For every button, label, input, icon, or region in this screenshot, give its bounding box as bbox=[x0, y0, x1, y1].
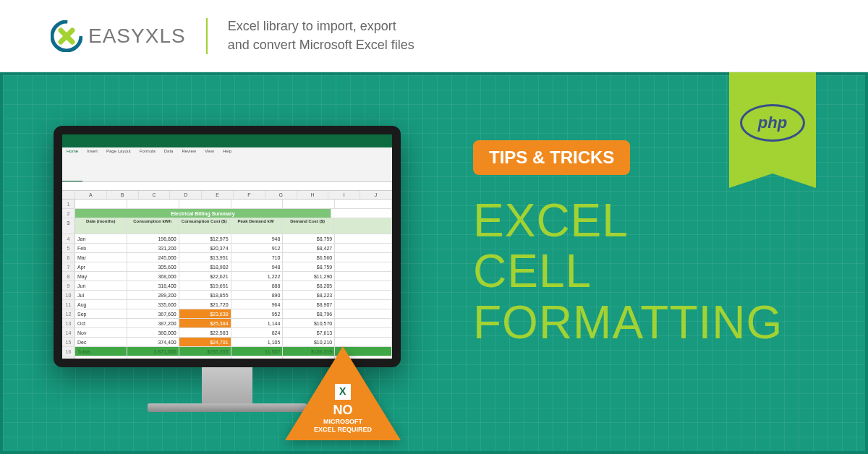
monitor-base bbox=[148, 403, 307, 412]
excel-tab: Formula bbox=[135, 147, 160, 181]
table-row: 11Aug335,600$21,720964$8,907 bbox=[62, 300, 392, 309]
excel-col-headers: ABCDEFGHIJ bbox=[62, 191, 392, 200]
excel-tab: Data bbox=[160, 147, 178, 181]
no-excel-badge: NO MICROSOFT EXCEL REQUIRED bbox=[285, 346, 401, 447]
badge-l2: MICROSOFT bbox=[285, 418, 401, 426]
hero-title: EXCEL CELL FORMATTING bbox=[473, 195, 783, 348]
table-row: 8May368,000$22,6211,222$11,290 bbox=[62, 272, 392, 281]
table-row: 14Nov360,000$22,583824$7,613 bbox=[62, 328, 392, 338]
excel-sheet: 12Electrical Billing Summary3Date (month… bbox=[62, 200, 392, 359]
excel-icon bbox=[335, 384, 351, 400]
excel-tab: Help bbox=[218, 147, 236, 181]
excel-tab: Insert bbox=[82, 147, 102, 181]
table-row: 12Sep367,600$23,638952$8,796 bbox=[62, 309, 392, 319]
table-row: 10Jul289,200$18,855890$8,223 bbox=[62, 291, 392, 300]
php-logo: php bbox=[740, 104, 805, 142]
table-row: 5Feb331,200$20,374912$8,427 bbox=[62, 244, 392, 253]
excel-formula-bar bbox=[62, 182, 392, 191]
monitor-stand bbox=[202, 367, 252, 403]
monitor-frame: HomeInsertPage LayoutFormulaDataReviewVi… bbox=[54, 126, 401, 367]
table-row: 6Mar245,000$13,951710$6,560 bbox=[62, 253, 392, 262]
badge-no: NO bbox=[285, 403, 401, 418]
table-row: 13Oct387,200$25,3841,144$10,570 bbox=[62, 319, 392, 328]
excel-tab: Page Layout bbox=[102, 147, 135, 181]
header-bar: EASYXLS Excel library to import, export … bbox=[0, 0, 868, 72]
excel-tab: View bbox=[200, 147, 218, 181]
logo-icon bbox=[51, 20, 82, 52]
tagline: Excel library to import, export and conv… bbox=[228, 17, 414, 53]
table-row: 4Jan198,800$12,975948$8,759 bbox=[62, 234, 392, 244]
excel-titlebar bbox=[62, 134, 392, 147]
hero-section: php TIPS & TRICKS EXCEL CELL FORMATTING … bbox=[0, 72, 868, 454]
excel-ribbon: HomeInsertPage LayoutFormulaDataReviewVi… bbox=[62, 147, 392, 182]
table-row: 1 bbox=[62, 200, 392, 209]
header-divider bbox=[206, 18, 208, 54]
excel-screenshot: HomeInsertPage LayoutFormulaDataReviewVi… bbox=[62, 134, 392, 359]
badge-l3: EXCEL REQUIRED bbox=[285, 426, 401, 434]
tips-pill: TIPS & TRICKS bbox=[473, 140, 630, 175]
table-row: 9Jun318,400$19,651888$8,205 bbox=[62, 281, 392, 291]
logo-text: EASYXLS bbox=[88, 25, 186, 48]
php-text: php bbox=[758, 113, 787, 132]
excel-tab: Home bbox=[62, 147, 82, 181]
logo: EASYXLS bbox=[51, 20, 186, 52]
hero-text: TIPS & TRICKS EXCEL CELL FORMATTING bbox=[473, 140, 783, 348]
table-row: 7Apr305,600$18,902948$8,759 bbox=[62, 262, 392, 272]
excel-tab: Review bbox=[177, 147, 200, 181]
